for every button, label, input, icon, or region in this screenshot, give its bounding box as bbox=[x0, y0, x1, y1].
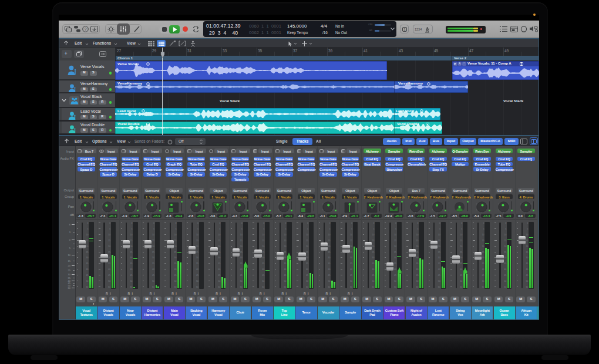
svg-text:?: ? bbox=[85, 27, 87, 31]
svg-text:1: 1 bbox=[403, 28, 406, 31]
